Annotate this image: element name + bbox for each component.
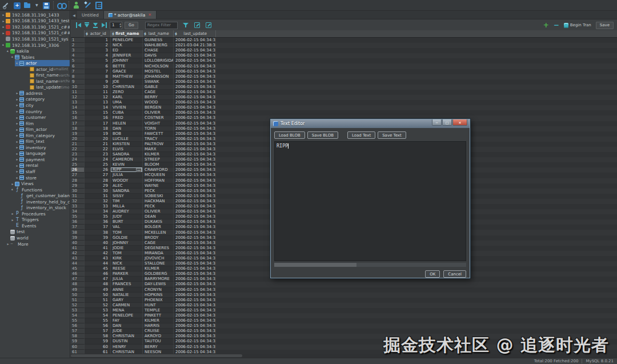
cell-first[interactable]: PENELOPE (111, 38, 143, 43)
cell-first[interactable]: SANDRA (111, 189, 143, 194)
cell-id[interactable]: 44 (85, 261, 111, 266)
cell-last[interactable]: HARRIS (143, 323, 174, 329)
editor-scrollbar-thumb[interactable] (274, 263, 356, 267)
collapsed-arrow-icon[interactable]: ▸ (15, 115, 19, 121)
tree-item-Functions[interactable]: ▸ƒFunctions (10, 187, 70, 193)
cell-last[interactable]: SWANK (143, 79, 174, 85)
cell-id[interactable]: 43 (85, 256, 111, 261)
cell-date[interactable]: 2006-02-15 04:34:33 (174, 199, 216, 204)
cell-num[interactable]: 5 (71, 58, 85, 63)
cell-id[interactable]: 28 (85, 178, 111, 183)
cell-id[interactable]: 32 (85, 199, 111, 204)
cell-id[interactable]: 4 (85, 53, 111, 58)
cell-num[interactable]: 33 (71, 204, 85, 209)
table-row[interactable]: 4949ANNECRONYN2006-02-15 04:34:33 (71, 287, 617, 293)
tree-item-store[interactable]: ▸store (15, 175, 70, 181)
cell-date[interactable]: 2006-02-15 04:34:33 (174, 266, 216, 271)
table-row[interactable]: 11PENELOPEGUINESS2006-02-15 04:34:33 (71, 38, 617, 43)
table-row[interactable]: 1010CHRISTIANGABLE2006-02-15 04:34:33 (71, 85, 617, 90)
cell-first[interactable]: GOLDIE (111, 235, 143, 241)
cell-first[interactable]: SANDRA (111, 152, 143, 157)
cell-date[interactable]: 2006-02-15 04:34:33 (174, 345, 216, 350)
cell-last[interactable]: HACKMAN (143, 199, 174, 204)
close-icon[interactable]: ✕ (452, 119, 467, 126)
cell-num[interactable]: 49 (71, 287, 85, 293)
cell-id[interactable]: 49 (85, 287, 111, 293)
tree-item-More[interactable]: ▸···More (6, 241, 70, 247)
cell-id[interactable]: 41 (85, 246, 111, 251)
cell-first[interactable]: FRANCES (111, 282, 143, 287)
tree-item-Triggers[interactable]: ▸TTriggers (10, 217, 70, 223)
cell-id[interactable]: 2 (85, 43, 111, 48)
fetch-next-set-icon[interactable] (93, 22, 99, 28)
cell-first[interactable]: ZERO (111, 90, 143, 95)
cell-id[interactable]: 45 (85, 266, 111, 271)
tree-item-rental[interactable]: ▸rental (15, 163, 70, 169)
cell-first[interactable]: CHRISTIAN (111, 350, 143, 354)
cell-first[interactable]: JUDE (111, 329, 143, 334)
cell-num[interactable]: 42 (71, 251, 85, 256)
save-blob-button[interactable]: Save BLOB (307, 131, 338, 139)
cell-editor-button[interactable]: … (136, 168, 142, 172)
cell-id[interactable]: 15 (85, 110, 111, 115)
cell-id[interactable]: 21 (85, 142, 111, 147)
cell-id[interactable]: 23 (85, 152, 111, 157)
cell-date[interactable]: 2006-02-15 04:34:33 (174, 214, 216, 219)
column-header-actor-id[interactable]: ▲▼ actor_id (85, 30, 111, 37)
cell-id[interactable]: 18 (85, 126, 111, 131)
table-row[interactable]: 1313UMAWOOD2006-02-15 04:34:33 (71, 100, 617, 105)
cell-date[interactable]: 2006-02-15 04:34:33 (174, 152, 216, 157)
cell-first[interactable]: MILLA (111, 204, 143, 209)
cell-num[interactable]: 26 (71, 167, 85, 173)
cell-id[interactable]: 55 (85, 318, 111, 323)
cell-last[interactable]: STALLONE (143, 261, 174, 266)
table-row[interactable]: 5555FAYKILMER2006-02-15 04:34:33 (71, 318, 617, 323)
cell-id[interactable]: 35 (85, 214, 111, 219)
cell-id[interactable]: 16 (85, 115, 111, 121)
cell-first[interactable]: JULIA (111, 173, 143, 178)
save-icon[interactable] (43, 2, 50, 9)
cell-first[interactable]: KIRSTEN (111, 142, 143, 147)
tree-item-staff[interactable]: ▸staff (15, 169, 70, 175)
cell-first[interactable]: JULIA (111, 277, 143, 282)
cell-num[interactable]: 28 (71, 178, 85, 183)
tree-item-test[interactable]: test (6, 229, 70, 235)
cell-date[interactable]: 2006-02-15 04:34:33 (174, 303, 216, 308)
cell-id[interactable]: 59 (85, 339, 111, 344)
cell-first[interactable]: ALEC (111, 183, 143, 189)
tree-item-last_name[interactable]: last_namevarchar( (25, 78, 70, 85)
cell-id[interactable]: 61 (85, 350, 111, 354)
fetch-previous-set-icon[interactable] (84, 22, 90, 28)
collapsed-arrow-icon[interactable]: ▸ (6, 241, 10, 247)
cell-last[interactable]: OLIVIER (143, 209, 174, 214)
cell-last[interactable]: DEGENERES (143, 246, 174, 251)
cell-num[interactable]: 45 (71, 266, 85, 271)
cell-last[interactable]: COSTNER (143, 115, 174, 121)
cell-last[interactable]: CRUISE (143, 329, 174, 334)
cell-id[interactable]: 46 (85, 271, 111, 277)
cell-last[interactable]: JOHANSSON (143, 74, 174, 79)
tree-item-Procedures[interactable]: ▸PProcedures (10, 211, 70, 217)
cell-first[interactable]: JOE (111, 79, 143, 85)
cell-last[interactable]: LOLLOBRIGIDA (143, 58, 174, 63)
collapsed-arrow-icon[interactable]: ▸ (15, 102, 19, 108)
cell-last[interactable]: CRONYN (143, 287, 174, 293)
table-row[interactable]: 44JENNIFERDAVIS2006-02-15 04:34:33 (71, 53, 617, 58)
cell-first[interactable]: UMA (111, 100, 143, 105)
tree-item-first_name[interactable]: first_namevarchar (25, 72, 70, 78)
tree-item-actor[interactable]: ▸actor (15, 60, 70, 66)
cell-date[interactable]: 2006-02-15 04:34:33 (174, 137, 216, 142)
collapsed-arrow-icon[interactable]: ▸ (15, 157, 19, 162)
cell-last[interactable]: TORN (143, 126, 174, 131)
cell-num[interactable]: 11 (71, 90, 85, 95)
cell-num[interactable]: 9 (71, 79, 85, 85)
cell-id[interactable]: 29 (85, 183, 111, 189)
tree-item-192.168.31.190_1521_c##test2[interactable]: ▸192.168.31.190_1521_c##test2 (1, 30, 70, 37)
cell-first[interactable]: MENA (111, 308, 143, 313)
cell-num[interactable]: 17 (71, 121, 85, 126)
cell-last[interactable]: BOLGER (143, 225, 174, 230)
go-button[interactable]: Go (125, 22, 138, 29)
cell-last[interactable]: MARX (143, 147, 174, 152)
cell-last[interactable]: GUINESS (143, 38, 174, 43)
begin-tran-button[interactable]: Begin Tran (564, 23, 591, 28)
